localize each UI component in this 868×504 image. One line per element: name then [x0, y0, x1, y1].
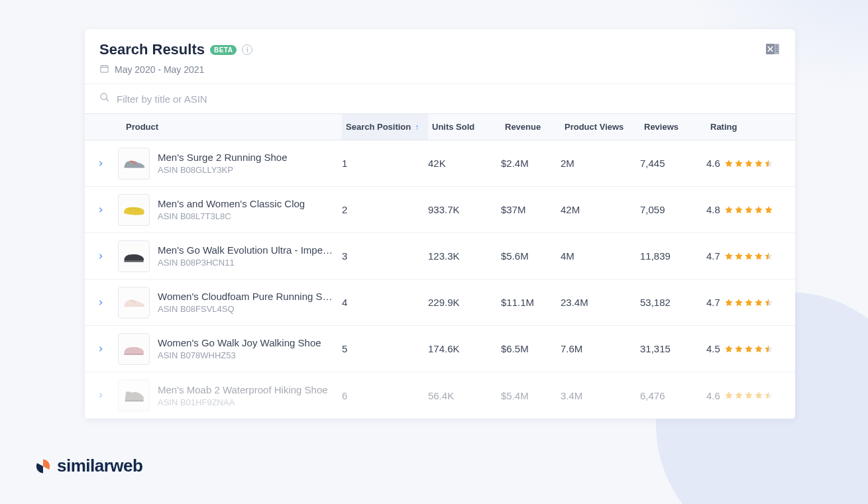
- date-range-text: May 2020 - May 2021: [115, 64, 204, 75]
- rating-stars-icon: [724, 344, 773, 354]
- cell-reviews: 11,839: [640, 250, 706, 262]
- expand-row-icon[interactable]: [85, 392, 117, 399]
- cell-search-position: 1: [342, 158, 428, 169]
- export-excel-icon[interactable]: [765, 41, 781, 60]
- filter-input[interactable]: [117, 93, 781, 105]
- col-header-revenue[interactable]: Revenue: [501, 114, 561, 140]
- table-row: Women's Go Walk Joy Walking Shoe ASIN B0…: [85, 326, 795, 372]
- table-row: Men's Go Walk Evolution Ultra - Impecca.…: [85, 233, 795, 279]
- expand-row-icon[interactable]: [85, 253, 117, 260]
- cell-search-position: 3: [342, 250, 428, 262]
- cell-revenue: $5.6M: [501, 250, 561, 262]
- product-thumbnail: [118, 240, 150, 272]
- svg-rect-0: [101, 66, 108, 72]
- product-asin: ASIN B08FSVL4SQ: [158, 304, 337, 314]
- cell-units-sold: 174.6K: [428, 343, 501, 354]
- cell-product-views: 4M: [561, 250, 640, 262]
- product-cell[interactable]: Men's Surge 2 Running Shoe ASIN B08GLLY3…: [117, 141, 342, 186]
- product-name: Women's Go Walk Joy Walking Shoe: [158, 337, 321, 348]
- cell-revenue: $6.5M: [501, 343, 561, 354]
- cell-units-sold: 42K: [428, 158, 501, 169]
- product-name: Men's Moab 2 Waterproof Hiking Shoe: [158, 384, 328, 395]
- date-range[interactable]: May 2020 - May 2021: [99, 64, 781, 76]
- cell-units-sold: 229.9K: [428, 297, 501, 308]
- rating-value: 4.6: [706, 390, 720, 401]
- product-asin: ASIN B08GLLY3KP: [158, 165, 288, 175]
- filter-bar: [85, 83, 795, 113]
- svg-point-7: [101, 93, 107, 99]
- rating-value: 4.8: [706, 204, 720, 215]
- panel-header: Search Results BETA i May 2020 - May 202…: [85, 29, 795, 83]
- col-expand: [85, 114, 117, 140]
- cell-reviews: 7,059: [640, 204, 706, 215]
- rating-stars-icon: [724, 298, 773, 307]
- cell-search-position: 4: [342, 297, 428, 308]
- search-icon: [99, 92, 110, 105]
- cell-revenue: $5.4M: [501, 390, 561, 401]
- table-row: Men's Moab 2 Waterproof Hiking Shoe ASIN…: [85, 372, 795, 419]
- expand-row-icon[interactable]: [85, 346, 117, 352]
- cell-units-sold: 933.7K: [428, 204, 501, 215]
- product-cell[interactable]: Men's Go Walk Evolution Ultra - Impecca.…: [117, 234, 342, 279]
- cell-rating: 4.5: [706, 343, 795, 354]
- rating-value: 4.5: [706, 343, 720, 354]
- brand-logo-icon: [34, 458, 52, 475]
- cell-revenue: $11.1M: [501, 297, 561, 308]
- table-header-row: Product Search Position ↑ Units Sold Rev…: [85, 114, 795, 140]
- rating-value: 4.7: [706, 297, 720, 308]
- product-name: Women's Cloudfoam Pure Running Shoe: [158, 291, 337, 302]
- cell-revenue: $37M: [501, 204, 561, 215]
- cell-reviews: 7,445: [640, 158, 706, 169]
- col-header-reviews[interactable]: Reviews: [640, 114, 706, 140]
- svg-point-8: [130, 208, 131, 209]
- brand-logo: similarweb: [34, 456, 142, 476]
- product-thumbnail: [118, 287, 150, 319]
- product-name: Men's and Women's Classic Clog: [158, 198, 305, 209]
- cell-product-views: 2M: [561, 158, 640, 169]
- cell-search-position: 6: [342, 390, 428, 401]
- cell-product-views: 23.4M: [561, 297, 640, 308]
- product-name: Men's Surge 2 Running Shoe: [158, 152, 288, 163]
- product-cell[interactable]: Men's Moab 2 Waterproof Hiking Shoe ASIN…: [117, 373, 342, 418]
- expand-row-icon[interactable]: [85, 160, 117, 167]
- col-header-product-views[interactable]: Product Views: [561, 114, 640, 140]
- svg-point-11: [138, 209, 139, 210]
- table-row: Men's Surge 2 Running Shoe ASIN B08GLLY3…: [85, 140, 795, 187]
- cell-product-views: 3.4M: [561, 390, 640, 401]
- rating-value: 4.6: [706, 158, 720, 169]
- title-row: Search Results BETA i: [99, 41, 781, 58]
- col-header-search-position-label: Search Position: [346, 122, 411, 132]
- expand-row-icon[interactable]: [85, 299, 117, 306]
- product-thumbnail: [118, 333, 150, 365]
- svg-rect-5: [776, 49, 779, 50]
- product-thumbnail: [118, 194, 150, 226]
- cell-units-sold: 56.4K: [428, 390, 501, 401]
- cell-product-views: 42M: [561, 204, 640, 215]
- col-header-search-position[interactable]: Search Position ↑: [342, 114, 428, 140]
- cell-revenue: $2.4M: [501, 158, 561, 169]
- cell-search-position: 2: [342, 204, 428, 215]
- svg-point-10: [135, 208, 136, 209]
- col-header-units-sold[interactable]: Units Sold: [428, 114, 501, 140]
- col-header-rating[interactable]: Rating: [706, 114, 795, 140]
- col-header-product[interactable]: Product: [117, 114, 342, 140]
- calendar-icon: [99, 64, 109, 76]
- product-asin: ASIN B08P3HCN11: [158, 258, 337, 268]
- product-asin: ASIN B078WHHZ53: [158, 350, 321, 360]
- brand-logo-text: similarweb: [57, 456, 142, 476]
- rating-stars-icon: [724, 159, 773, 168]
- svg-rect-4: [776, 47, 779, 48]
- info-icon[interactable]: i: [242, 44, 252, 55]
- expand-row-icon[interactable]: [85, 207, 117, 213]
- table-row: Women's Cloudfoam Pure Running Shoe ASIN…: [85, 279, 795, 326]
- rating-stars-icon: [724, 205, 773, 215]
- cell-reviews: 6,476: [640, 390, 706, 401]
- product-cell[interactable]: Women's Cloudfoam Pure Running Shoe ASIN…: [117, 280, 342, 325]
- cell-product-views: 7.6M: [561, 343, 640, 354]
- product-cell[interactable]: Women's Go Walk Joy Walking Shoe ASIN B0…: [117, 327, 342, 372]
- sort-ascending-icon: ↑: [415, 123, 419, 132]
- cell-rating: 4.6: [706, 158, 795, 169]
- cell-search-position: 5: [342, 343, 428, 354]
- product-cell[interactable]: Men's and Women's Classic Clog ASIN B08L…: [117, 187, 342, 232]
- svg-point-9: [133, 207, 134, 209]
